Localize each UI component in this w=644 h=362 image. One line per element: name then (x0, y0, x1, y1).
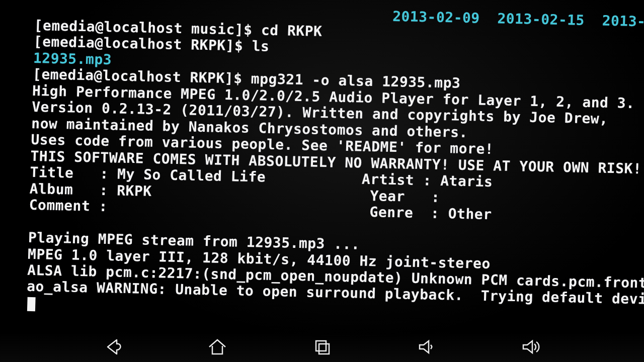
volume-up-icon (520, 338, 542, 356)
terminal-output[interactable]: 2013-02-09 2013-02-15 2013-02- [emedia@l… (26, 0, 644, 324)
back-icon (102, 338, 124, 356)
blank-line (28, 213, 29, 229)
terminal-screen: 2013-02-09 2013-02-15 2013-02- [emedia@l… (0, 0, 644, 362)
recent-apps-icon (311, 338, 333, 356)
volume-up-button[interactable] (518, 337, 544, 357)
volume-down-button[interactable] (414, 337, 440, 357)
svg-rect-0 (316, 341, 326, 351)
recent-apps-button[interactable] (309, 337, 335, 357)
android-navbar (0, 332, 644, 362)
back-button[interactable] (100, 337, 126, 357)
volume-down-icon (416, 338, 438, 356)
terminal-cursor (27, 297, 36, 311)
svg-rect-1 (319, 344, 329, 354)
home-button[interactable] (204, 337, 230, 357)
ls-output-file: 12935.mp3 (33, 50, 112, 68)
home-icon (206, 338, 228, 356)
